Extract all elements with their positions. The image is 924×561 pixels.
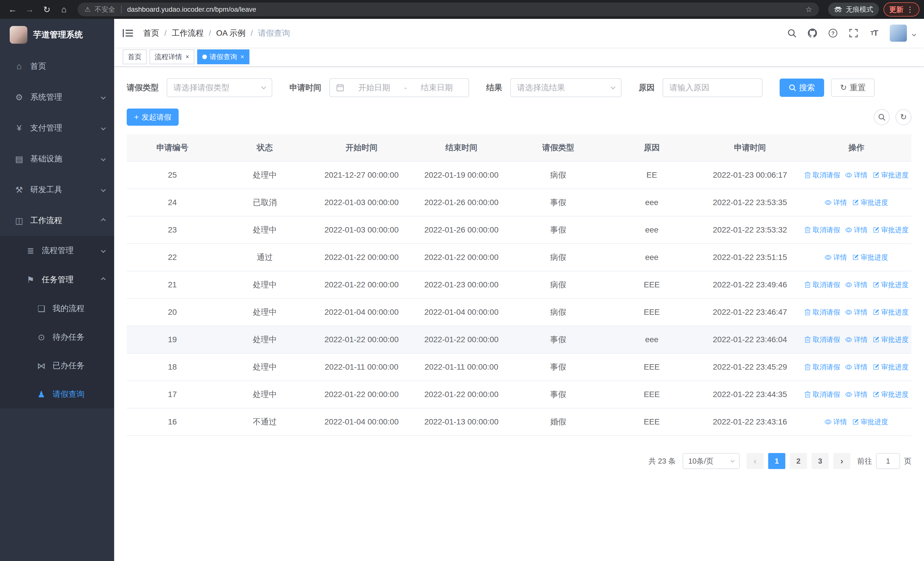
detail-link[interactable]: 详情 — [845, 335, 867, 344]
cancel-leave-link[interactable]: 取消请假 — [804, 362, 840, 371]
avatar-dropdown-icon[interactable] — [912, 32, 916, 36]
cancel-leave-link[interactable]: 取消请假 — [804, 390, 840, 399]
home-button[interactable]: ⌂ — [56, 2, 72, 17]
sidebar-item-my-process[interactable]: ❏ 我的流程 — [0, 294, 114, 323]
font-size-icon[interactable]: TT — [869, 28, 879, 38]
audit-progress-link[interactable]: 审批进度 — [873, 390, 909, 399]
sidebar-item-done-tasks[interactable]: ⋈ 已办任务 — [0, 351, 114, 380]
screen: ← → ↻ ⌂ ⚠ 不安全 dashboard.yudao.iocoder.cn… — [0, 0, 924, 561]
sidebar-item-payment[interactable]: ¥ 支付管理 — [0, 113, 114, 143]
next-page-button[interactable]: › — [833, 453, 850, 469]
audit-progress-link[interactable]: 审批进度 — [873, 226, 909, 235]
cell-reason: EEE — [605, 381, 699, 408]
cell-type: 婚假 — [512, 409, 605, 435]
audit-progress-link[interactable]: 审批进度 — [852, 417, 888, 426]
page-button-2[interactable]: 2 — [790, 453, 807, 469]
cell-actions: 详情审批进度 — [801, 244, 912, 271]
prev-page-button[interactable]: ‹ — [747, 453, 764, 469]
audit-progress-link[interactable]: 审批进度 — [873, 362, 909, 371]
table-row: 24已取消2022-01-03 00:00:002022-01-26 00:00… — [127, 189, 912, 217]
tab-process-detail[interactable]: 流程详情 × — [150, 50, 194, 64]
audit-progress-link[interactable]: 审批进度 — [852, 253, 888, 262]
fullscreen-icon[interactable] — [849, 28, 858, 38]
sidebar-item-workflow[interactable]: ◫ 工作流程 — [0, 205, 114, 236]
reason-input[interactable] — [663, 78, 762, 97]
toggle-search-button[interactable] — [874, 109, 890, 125]
cancel-leave-link[interactable]: 取消请假 — [804, 226, 840, 235]
user-avatar[interactable] — [890, 24, 907, 42]
cell-id: 22 — [127, 244, 218, 271]
breadcrumb-workflow: 工作流程 — [172, 28, 204, 39]
sidebar-item-task-mgmt[interactable]: ⚑ 任务管理 — [0, 265, 114, 294]
tab-label: 流程详情 — [154, 52, 182, 62]
date-range-picker[interactable]: 开始日期 - 结束日期 — [329, 78, 469, 97]
cell-reason: EEE — [605, 299, 699, 326]
help-icon[interactable]: ? — [828, 28, 838, 38]
tab-leave-query[interactable]: 请假查询 × — [197, 50, 249, 64]
sidebar-logo[interactable]: 芋道管理系统 — [0, 19, 114, 51]
github-icon[interactable] — [808, 28, 817, 38]
reload-button[interactable]: ↻ — [39, 2, 55, 17]
person-icon: ♟ — [36, 390, 46, 399]
search-button[interactable]: 搜索 — [780, 78, 824, 97]
close-icon[interactable]: × — [186, 54, 189, 60]
cell-type: 病假 — [512, 162, 605, 188]
detail-link[interactable]: 详情 — [845, 308, 867, 317]
cell-id: 25 — [127, 162, 218, 188]
page-button-3[interactable]: 3 — [812, 453, 829, 469]
sidebar-toggle-icon[interactable] — [123, 27, 134, 39]
bookmark-star-icon[interactable]: ☆ — [806, 5, 812, 14]
page-size-select[interactable]: 10条/页 — [682, 453, 740, 469]
search-icon[interactable] — [787, 28, 797, 38]
refresh-table-button[interactable]: ↻ — [896, 109, 912, 125]
breadcrumb-home[interactable]: 首页 — [143, 28, 159, 39]
goto-page-input[interactable] — [876, 453, 900, 469]
detail-link[interactable]: 详情 — [845, 362, 867, 371]
sidebar-item-todo-tasks[interactable]: ⊙ 待办任务 — [0, 323, 114, 351]
page-button-1[interactable]: 1 — [768, 453, 785, 469]
address-bar[interactable]: ⚠ 不安全 dashboard.yudao.iocoder.cn/bpm/oa/… — [78, 3, 819, 16]
browser-toolbar: ← → ↻ ⌂ ⚠ 不安全 dashboard.yudao.iocoder.cn… — [0, 0, 924, 19]
audit-progress-link[interactable]: 审批进度 — [873, 335, 909, 344]
audit-progress-link[interactable]: 审批进度 — [852, 198, 888, 207]
detail-link[interactable]: 详情 — [845, 226, 867, 235]
refresh-icon: ↻ — [900, 113, 907, 121]
detail-link[interactable]: 详情 — [845, 170, 867, 180]
detail-link[interactable]: 详情 — [845, 280, 867, 289]
breadcrumb-separator: / — [209, 29, 211, 38]
sidebar-item-process-mgmt[interactable]: ≣ 流程管理 — [0, 236, 114, 265]
audit-progress-link[interactable]: 审批进度 — [873, 170, 909, 180]
leave-type-select[interactable]: 请选择请假类型 — [166, 78, 272, 97]
sidebar-item-home[interactable]: ⌂ 首页 — [0, 51, 114, 82]
document-icon: ❏ — [36, 304, 46, 314]
audit-progress-link[interactable]: 审批进度 — [873, 280, 909, 289]
detail-link[interactable]: 详情 — [825, 253, 847, 262]
detail-link[interactable]: 详情 — [825, 198, 847, 207]
sidebar-item-devtools[interactable]: ⚒ 研发工具 — [0, 174, 114, 205]
cell-status: 处理中 — [218, 326, 312, 353]
cancel-leave-link[interactable]: 取消请假 — [804, 335, 840, 344]
sidebar-item-label: 我的流程 — [52, 303, 84, 314]
sidebar-item-system[interactable]: ⚙ 系统管理 — [0, 82, 114, 113]
cell-actions: 详情审批进度 — [801, 409, 912, 435]
create-leave-button[interactable]: + 发起请假 — [127, 108, 178, 126]
cancel-leave-link[interactable]: 取消请假 — [804, 170, 840, 180]
reset-button[interactable]: ↻ 重置 — [831, 78, 874, 97]
col-apply-time: 申请时间 — [699, 134, 801, 161]
sidebar-item-leave-query[interactable]: ♟ 请假查询 — [0, 380, 114, 409]
back-button[interactable]: ← — [4, 2, 21, 17]
cell-apply_time: 2022-01-22 23:53:32 — [699, 217, 801, 244]
chrome-menu-icon[interactable]: ⋮ — [906, 5, 914, 14]
detail-link[interactable]: 详情 — [845, 390, 867, 399]
forward-button[interactable]: → — [22, 2, 38, 17]
close-icon[interactable]: × — [240, 54, 244, 60]
tab-home[interactable]: 首页 — [123, 50, 147, 64]
detail-link[interactable]: 详情 — [825, 417, 847, 426]
cancel-leave-link[interactable]: 取消请假 — [804, 308, 840, 317]
chrome-update-button[interactable]: 更新 ⋮ — [884, 2, 920, 17]
cancel-leave-link[interactable]: 取消请假 — [804, 280, 840, 289]
cell-reason: eee — [605, 189, 699, 216]
sidebar-item-infrastructure[interactable]: ▤ 基础设施 — [0, 143, 114, 174]
result-select[interactable]: 请选择流结果 — [510, 78, 621, 97]
audit-progress-link[interactable]: 审批进度 — [873, 308, 909, 317]
